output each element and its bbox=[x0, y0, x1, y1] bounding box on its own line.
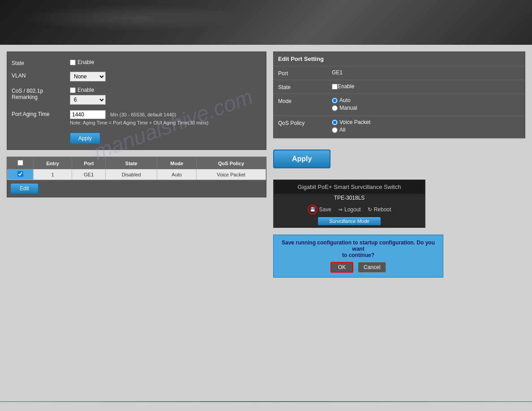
save-config-ok-button[interactable]: OK bbox=[330, 262, 353, 273]
save-action[interactable]: 💾 Save bbox=[308, 205, 331, 214]
left-panel: State Enable VLAN None 1 2 3 bbox=[7, 51, 266, 278]
col-port: Port bbox=[72, 158, 106, 169]
logout-label: Logout bbox=[344, 206, 361, 213]
row-mode: Auto bbox=[157, 169, 197, 180]
qos-all-label: All bbox=[339, 127, 345, 133]
port-aging-note: Min (30 - 65536, default 1440) bbox=[110, 112, 176, 117]
row-entry: 1 bbox=[33, 169, 72, 180]
settings-table: State Enable VLAN None 1 2 3 bbox=[7, 51, 266, 150]
cos-checkbox[interactable] bbox=[70, 87, 76, 93]
save-config-line1: Save running configuration to startup co… bbox=[282, 240, 435, 252]
qos-all-radio[interactable] bbox=[332, 127, 338, 133]
col-state: State bbox=[106, 158, 157, 169]
port-aging-input[interactable] bbox=[70, 110, 106, 119]
device-info-title: Gigabit PoE+ Smart Survcillance Switch bbox=[274, 180, 425, 194]
table-row: 1 GE1 Disabled Auto Voice Packet bbox=[8, 169, 266, 180]
cos-row: CoS / 802.1p Remarking Enable 0123 4567 bbox=[12, 84, 262, 107]
vlan-row: VLAN None 1 2 3 bbox=[12, 69, 262, 84]
vlan-label: VLAN bbox=[12, 72, 70, 79]
device-info-box: Gigabit PoE+ Smart Survcillance Switch T… bbox=[273, 180, 425, 228]
right-panel: Edit Port Setting Port GE1 State Enable … bbox=[273, 51, 525, 278]
table-header-checkbox[interactable] bbox=[17, 160, 23, 166]
edit-port-mode-label: Mode bbox=[278, 97, 332, 104]
mode-manual-label: Manual bbox=[339, 105, 357, 111]
mode-manual-radio[interactable] bbox=[332, 105, 338, 111]
row-port: GE1 bbox=[72, 169, 106, 180]
edit-port-qos-value: Voice Packet All bbox=[332, 119, 520, 134]
edit-port-state-label: State bbox=[278, 83, 332, 90]
mode-auto-label: Auto bbox=[339, 97, 351, 103]
edit-port-qos-label: QoS Policy bbox=[278, 119, 332, 126]
row-state: Disabled bbox=[106, 169, 157, 180]
state-checkbox[interactable] bbox=[70, 60, 76, 65]
col-mode: Mode bbox=[157, 158, 197, 169]
edit-port-apply-button[interactable]: Apply bbox=[273, 150, 330, 168]
surveillance-mode-button[interactable]: Survcillance Mode bbox=[318, 217, 381, 225]
vlan-select[interactable]: None 1 2 3 bbox=[70, 72, 106, 81]
save-config-line2: to continue? bbox=[342, 252, 374, 258]
edit-port-port-value: GE1 bbox=[332, 69, 520, 76]
port-aging-label: Port Aging Time bbox=[12, 110, 70, 117]
qos-voice-radio[interactable] bbox=[332, 120, 338, 125]
port-table: Entry Port State Mode QoS Policy 1 GE1 D… bbox=[7, 157, 266, 180]
save-config-message: Save running configuration to startup co… bbox=[278, 240, 438, 258]
reboot-action[interactable]: ↻ Reboot bbox=[368, 206, 391, 213]
col-checkbox bbox=[8, 158, 34, 169]
edit-port-qos-row: QoS Policy Voice Packet All bbox=[274, 116, 525, 138]
edit-port-state-enable-text: Enable bbox=[338, 83, 354, 90]
col-entry: Entry bbox=[33, 158, 72, 169]
row-qos: Voice Packet bbox=[197, 169, 266, 180]
edit-port-state-checkbox[interactable] bbox=[332, 84, 338, 90]
edit-button[interactable]: Edit bbox=[10, 183, 39, 194]
device-info-actions: 💾 Save ⇒ Logout ↻ Reboot bbox=[274, 202, 425, 217]
edit-port-mode-value: Auto Manual bbox=[332, 97, 520, 112]
edit-port-port-label: Port bbox=[278, 69, 332, 77]
state-row: State Enable bbox=[12, 56, 262, 69]
edit-port-port-row: Port GE1 bbox=[274, 66, 525, 80]
vlan-value-cell: None 1 2 3 bbox=[70, 72, 262, 81]
edit-port-setting: Edit Port Setting Port GE1 State Enable … bbox=[273, 51, 525, 138]
port-aging-value-cell: Min (30 - 65536, default 1440) Note: Agi… bbox=[70, 110, 262, 125]
port-aging-note2: Note: Aging Time = Port Aging Time + OUI… bbox=[70, 120, 262, 125]
cos-label: CoS / 802.1p Remarking bbox=[12, 87, 70, 100]
logout-icon: ⇒ bbox=[338, 206, 343, 213]
save-label: Save bbox=[319, 206, 331, 213]
logout-action[interactable]: ⇒ Logout bbox=[338, 206, 361, 213]
edit-port-state-row: State Enable bbox=[274, 80, 525, 94]
cos-enable-text: Enable bbox=[77, 87, 94, 93]
cos-select[interactable]: 0123 4567 bbox=[70, 95, 106, 105]
edit-port-mode-row: Mode Auto Manual bbox=[274, 94, 525, 116]
port-aging-row: Port Aging Time Min (30 - 65536, default… bbox=[12, 107, 262, 128]
edit-port-state-value: Enable bbox=[332, 83, 520, 90]
settings-apply-button[interactable]: Apply bbox=[70, 133, 100, 144]
footer-line bbox=[0, 401, 532, 402]
row-checkbox-cell[interactable] bbox=[8, 169, 34, 180]
col-qos: QoS Policy bbox=[197, 158, 266, 169]
state-value: Enable bbox=[70, 59, 262, 65]
reboot-icon: ↻ bbox=[368, 206, 372, 213]
row-checkbox[interactable] bbox=[17, 171, 23, 177]
save-config-buttons: OK Cancel bbox=[278, 262, 438, 273]
state-label: State bbox=[12, 59, 70, 66]
save-config-cancel-button[interactable]: Cancel bbox=[358, 262, 386, 273]
edit-port-title: Edit Port Setting bbox=[274, 52, 525, 66]
reboot-label: Reboot bbox=[374, 206, 391, 213]
port-table-container: Entry Port State Mode QoS Policy 1 GE1 D… bbox=[7, 157, 266, 197]
mode-auto-radio[interactable] bbox=[332, 98, 338, 103]
save-config-dialog: Save running configuration to startup co… bbox=[273, 235, 443, 278]
device-info-model: TPE-3018LS bbox=[274, 194, 425, 202]
save-icon: 💾 bbox=[308, 205, 317, 214]
cos-value-cell: Enable 0123 4567 bbox=[70, 87, 262, 105]
qos-voice-label: Voice Packet bbox=[339, 119, 370, 125]
header-banner bbox=[0, 0, 532, 45]
state-enable-text: Enable bbox=[77, 59, 94, 65]
